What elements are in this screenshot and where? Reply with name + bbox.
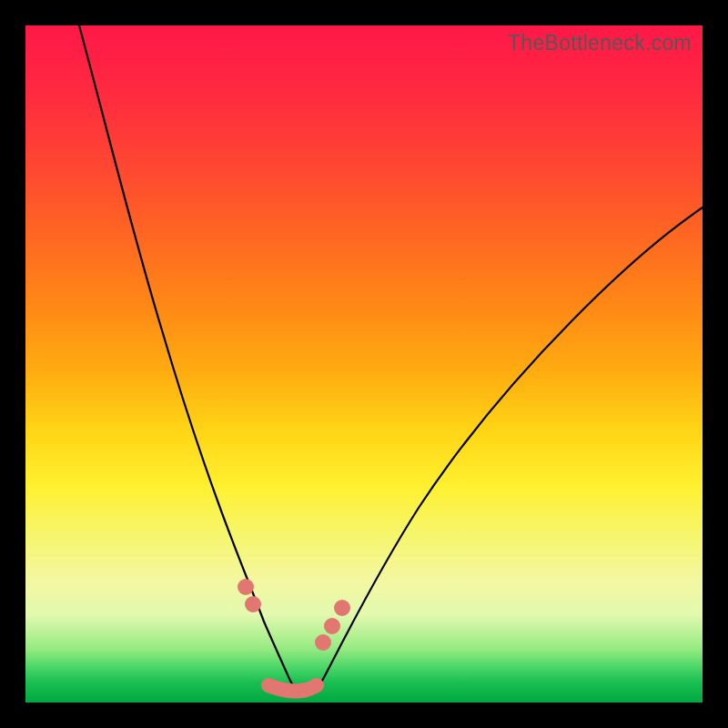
bead-left-1: [238, 579, 254, 595]
bead-right-1: [315, 634, 331, 651]
chart-svg: [25, 25, 703, 703]
left-curve: [79, 25, 298, 693]
bead-right-3: [334, 600, 350, 616]
bead-left-2: [245, 596, 261, 612]
outer-frame: TheBottleneck.com: [0, 0, 728, 728]
bead-right-2: [324, 618, 340, 634]
right-curve: [315, 207, 703, 693]
curve-footline: [268, 685, 317, 692]
plot-area: TheBottleneck.com: [25, 25, 703, 703]
